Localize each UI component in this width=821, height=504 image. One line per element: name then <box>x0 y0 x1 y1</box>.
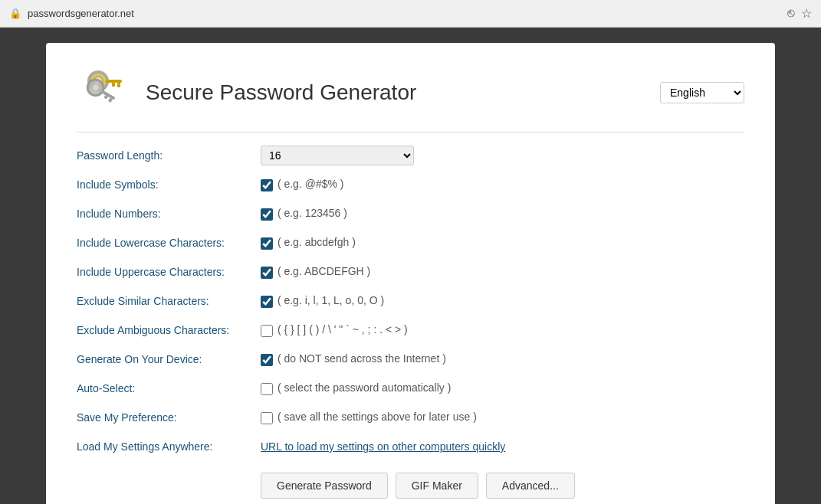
include-lowercase-control: ( e.g. abcdefgh ) <box>261 236 744 249</box>
content-box: Secure Password Generator English Spanis… <box>46 43 775 504</box>
include-uppercase-example: ( e.g. ABCDEFGH ) <box>277 265 370 277</box>
password-length-control: 891011 12131415 16171819 20242832 <box>261 146 744 165</box>
exclude-similar-example: ( e.g. i, l, 1, L, o, 0, O ) <box>277 294 384 306</box>
gif-maker-button[interactable]: GIF Maker <box>396 473 478 499</box>
auto-select-checkbox[interactable] <box>261 383 273 395</box>
load-settings-label: Load My Settings Anywhere: <box>77 440 261 453</box>
svg-rect-10 <box>100 90 115 100</box>
load-settings-control: URL to load my settings on other compute… <box>261 440 744 453</box>
generate-device-checkbox[interactable] <box>261 354 273 366</box>
generate-password-button[interactable]: Generate Password <box>261 473 388 499</box>
load-settings-row: Load My Settings Anywhere: URL to load m… <box>77 436 744 457</box>
save-preference-control: ( save all the settings above for later … <box>261 411 744 424</box>
svg-rect-2 <box>105 80 122 83</box>
generate-device-row: Generate On Your Device: ( do NOT send a… <box>77 349 744 370</box>
include-uppercase-control: ( e.g. ABCDEFGH ) <box>261 265 744 278</box>
page-wrapper: Secure Password Generator English Spanis… <box>0 28 821 504</box>
exclude-ambiguous-control: ( { } [ ] ( ) / \ ' " ` ~ , ; : . < > ) <box>261 323 744 336</box>
include-uppercase-label: Include Uppercase Characters: <box>77 266 261 278</box>
password-length-select[interactable]: 891011 12131415 16171819 20242832 <box>261 146 414 165</box>
generate-device-label: Generate On Your Device: <box>77 353 261 365</box>
include-symbols-example: ( e.g. @#$% ) <box>277 178 344 190</box>
include-lowercase-checkbox[interactable] <box>261 237 273 250</box>
include-lowercase-row: Include Lowercase Characters: ( e.g. abc… <box>77 232 744 254</box>
generate-device-example: ( do NOT send across the Internet ) <box>277 352 446 365</box>
include-symbols-row: Include Symbols: ( e.g. @#$% ) <box>77 174 744 195</box>
svg-rect-4 <box>112 83 115 87</box>
exclude-ambiguous-label: Exclude Ambiguous Characters: <box>77 324 261 336</box>
include-symbols-checkbox[interactable] <box>261 179 273 191</box>
exclude-ambiguous-example: ( { } [ ] ( ) / \ ' " ` ~ , ; : . < > ) <box>277 323 408 335</box>
exclude-ambiguous-checkbox[interactable] <box>261 325 273 337</box>
include-numbers-control: ( e.g. 123456 ) <box>261 207 744 220</box>
svg-rect-3 <box>117 83 120 87</box>
save-preference-row: Save My Preference: ( save all the setti… <box>77 407 744 428</box>
include-lowercase-label: Include Lowercase Characters: <box>77 237 261 249</box>
star-icon[interactable]: ☆ <box>801 6 812 21</box>
language-select[interactable]: English Spanish French German Portuguese <box>660 82 744 103</box>
save-preference-example: ( save all the settings above for later … <box>277 411 477 423</box>
include-uppercase-row: Include Uppercase Characters: ( e.g. ABC… <box>77 261 744 283</box>
exclude-similar-row: Exclude Similar Characters: ( e.g. i, l,… <box>77 290 744 312</box>
exclude-similar-control: ( e.g. i, l, 1, L, o, 0, O ) <box>261 294 744 307</box>
include-uppercase-checkbox[interactable] <box>261 267 273 279</box>
advanced-button[interactable]: Advanced... <box>486 473 575 499</box>
page-title: Secure Password Generator <box>146 80 416 105</box>
form-section: Password Length: 891011 12131415 1617181… <box>77 145 744 504</box>
browser-icons: ⎋ ☆ <box>787 6 812 21</box>
include-symbols-control: ( e.g. @#$% ) <box>261 178 744 191</box>
save-preference-checkbox[interactable] <box>261 412 273 424</box>
exclude-similar-label: Exclude Similar Characters: <box>77 295 261 307</box>
browser-bar: 🔒 passwordsgenerator.net ⎋ ☆ <box>0 0 821 28</box>
include-numbers-checkbox[interactable] <box>261 208 273 221</box>
lock-icon: 🔒 <box>9 8 21 19</box>
password-length-row: Password Length: 891011 12131415 1617181… <box>77 145 744 166</box>
exclude-ambiguous-row: Exclude Ambiguous Characters: ( { } [ ] … <box>77 319 744 341</box>
save-preference-label: Save My Preference: <box>77 411 261 424</box>
page-header: Secure Password Generator English Spanis… <box>77 66 744 133</box>
include-lowercase-example: ( e.g. abcdefgh ) <box>277 236 356 248</box>
include-numbers-row: Include Numbers: ( e.g. 123456 ) <box>77 203 744 224</box>
url-bar[interactable]: passwordsgenerator.net <box>28 8 781 19</box>
auto-select-control: ( select the password automatically ) <box>261 381 744 394</box>
password-length-label: Password Length: <box>77 149 261 162</box>
header-left: Secure Password Generator <box>77 66 416 119</box>
include-numbers-example: ( e.g. 123456 ) <box>277 207 347 219</box>
exclude-similar-checkbox[interactable] <box>261 296 273 308</box>
action-buttons: Generate Password GIF Maker Advanced... <box>261 473 744 499</box>
load-settings-link[interactable]: URL to load my settings on other compute… <box>261 440 505 453</box>
auto-select-example: ( select the password automatically ) <box>277 381 451 394</box>
keys-icon <box>77 66 130 119</box>
auto-select-row: Auto-Select: ( select the password autom… <box>77 378 744 399</box>
include-numbers-label: Include Numbers: <box>77 208 261 220</box>
include-symbols-label: Include Symbols: <box>77 178 261 191</box>
auto-select-label: Auto-Select: <box>77 382 261 394</box>
generate-device-control: ( do NOT send across the Internet ) <box>261 352 744 365</box>
share-icon[interactable]: ⎋ <box>787 6 795 21</box>
